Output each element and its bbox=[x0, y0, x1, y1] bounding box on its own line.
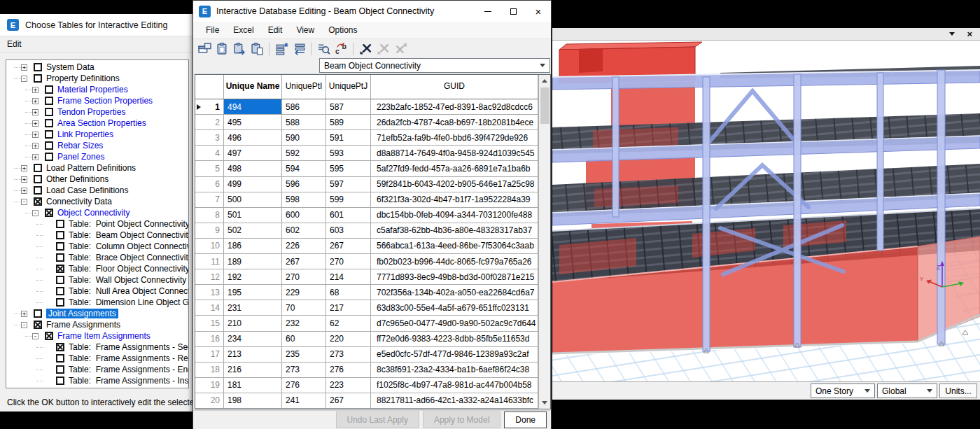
cell-guid[interactable]: d8a88714-7649-4f0a-9458-924d1039c545 bbox=[371, 146, 538, 161]
menu-options[interactable]: Options bbox=[321, 23, 364, 37]
tree-checkbox[interactable] bbox=[45, 108, 53, 116]
cell-uniquepti[interactable]: 596 bbox=[282, 177, 326, 192]
expand-toggle-icon[interactable]: + bbox=[21, 64, 27, 71]
tree-item-load-case-definitions[interactable]: +Load Case Definitions bbox=[6, 185, 188, 196]
cell-uniqueptj[interactable]: 267 bbox=[326, 239, 371, 254]
row-header[interactable]: 19 bbox=[195, 378, 224, 393]
cell-uniqueptj[interactable]: 267 bbox=[326, 393, 371, 409]
menu-edit[interactable]: Edit bbox=[0, 37, 29, 51]
model-3d-view[interactable]: Z Y bbox=[552, 41, 980, 381]
row-header[interactable]: 17 bbox=[195, 347, 224, 363]
cell-guid[interactable]: 566abca1-613a-4eed-86be-7f53064c3aab bbox=[371, 239, 538, 254]
row-header[interactable]: 13 bbox=[195, 285, 224, 300]
find-button[interactable] bbox=[315, 41, 332, 57]
tree-checkbox[interactable] bbox=[34, 74, 42, 83]
tree-item-table-wall-object-connectivity[interactable]: Table: Wall Object Connectivity bbox=[6, 274, 188, 286]
tree-item-table-brace-object-connectivity[interactable]: Table: Brace Object Connectivity bbox=[6, 252, 188, 263]
tree-item-frame-section-properties[interactable]: +Frame Section Properties bbox=[6, 95, 188, 106]
row-header[interactable]: 14 bbox=[195, 300, 224, 316]
cell-unique-name[interactable]: 501 bbox=[224, 208, 282, 223]
cell-uniquepti[interactable]: 60 bbox=[282, 332, 326, 347]
cell-uniquepti[interactable]: 270 bbox=[282, 269, 326, 285]
cell-uniqueptj[interactable]: 217 bbox=[326, 300, 371, 316]
vertical-scrollbar[interactable] bbox=[538, 75, 550, 409]
cell-uniqueptj[interactable]: 223 bbox=[326, 378, 371, 393]
cell-uniqueptj[interactable]: 276 bbox=[326, 363, 371, 378]
scrollbar-thumb[interactable] bbox=[540, 87, 550, 124]
tree-item-table-frame-assignments-insertion[interactable]: Table: Frame Assignments - Insertion bbox=[6, 375, 188, 386]
expand-toggle-icon[interactable]: - bbox=[32, 210, 38, 216]
cell-unique-name[interactable]: 495 bbox=[224, 115, 282, 130]
tree-item-system-data[interactable]: +System Data bbox=[6, 62, 188, 73]
cell-guid[interactable]: 5af27fd9-fedd-457a-aa26-6891e7a1ba6b bbox=[371, 161, 538, 176]
row-header[interactable]: 6 bbox=[195, 177, 224, 192]
cell-uniquepti[interactable]: 232 bbox=[282, 316, 326, 331]
tree-item-link-properties[interactable]: +Link Properties bbox=[6, 129, 188, 140]
tree-item-frame-assignments[interactable]: -Frame Assignments bbox=[6, 319, 188, 330]
cell-uniqueptj[interactable]: 273 bbox=[326, 347, 371, 363]
tree-checkbox[interactable] bbox=[34, 164, 42, 172]
cell-unique-name[interactable]: 500 bbox=[224, 192, 282, 208]
scroll-down-button[interactable] bbox=[539, 397, 550, 409]
cell-uniqueptj[interactable]: 587 bbox=[326, 99, 371, 115]
cell-unique-name[interactable]: 499 bbox=[224, 177, 282, 192]
cell-uniqueptj[interactable]: 270 bbox=[326, 254, 371, 269]
expand-toggle-icon[interactable]: - bbox=[32, 333, 38, 339]
cell-unique-name[interactable]: 496 bbox=[224, 130, 282, 146]
paste-insert-button[interactable] bbox=[231, 41, 248, 57]
expand-toggle-icon[interactable]: + bbox=[21, 176, 27, 183]
row-header[interactable]: 9 bbox=[195, 223, 224, 239]
expand-toggle-icon[interactable]: + bbox=[32, 109, 38, 115]
cell-uniquepti[interactable]: 594 bbox=[282, 161, 326, 176]
cell-uniquepti[interactable]: 235 bbox=[282, 347, 326, 363]
cell-guid[interactable]: 223b2afc-1852-47ed-8391-8ac92d8cdcc6 bbox=[371, 99, 538, 115]
tree-item-table-floor-object-connectivity[interactable]: Table: Floor Object Connectivity bbox=[6, 263, 188, 274]
expand-toggle-icon[interactable]: + bbox=[21, 165, 27, 171]
cell-uniqueptj[interactable]: 68 bbox=[326, 285, 371, 300]
expand-toggle-icon[interactable]: + bbox=[32, 143, 38, 149]
expand-toggle-icon[interactable]: - bbox=[21, 199, 27, 205]
cell-guid[interactable]: e5ed0cfc-57df-477d-9846-12389a93c2af bbox=[371, 347, 538, 363]
minimize-button[interactable] bbox=[475, 1, 500, 22]
cell-uniquepti[interactable]: 586 bbox=[282, 99, 326, 115]
cell-uniqueptj[interactable]: 589 bbox=[326, 115, 371, 130]
column-header-uniquepti[interactable]: UniquePtI bbox=[282, 75, 326, 99]
tree-item-panel-zones[interactable]: +Panel Zones bbox=[6, 151, 188, 162]
cell-unique-name[interactable]: 198 bbox=[224, 393, 282, 409]
row-header[interactable]: 12 bbox=[195, 269, 224, 285]
tree-checkbox[interactable] bbox=[56, 242, 64, 251]
cell-uniquepti[interactable]: 226 bbox=[282, 239, 326, 254]
tree-item-table-frame-assignments-releases[interactable]: Table: Frame Assignments - Releases bbox=[6, 353, 188, 364]
reorder-rows-button[interactable] bbox=[290, 41, 307, 57]
table-selector-combo[interactable]: Beam Object Connectivity bbox=[319, 58, 550, 73]
cell-uniqueptj[interactable]: 597 bbox=[326, 177, 371, 192]
cell-guid[interactable]: dbc154bb-0feb-4094-a344-7031200fe488 bbox=[371, 208, 538, 223]
tree-checkbox[interactable] bbox=[34, 175, 42, 183]
replace-button[interactable]: cb bbox=[332, 41, 349, 57]
menu-edit[interactable]: Edit bbox=[261, 23, 290, 37]
cell-uniqueptj[interactable]: 220 bbox=[326, 332, 371, 347]
tree-checkbox[interactable] bbox=[45, 130, 53, 139]
tree-item-load-pattern-definitions[interactable]: +Load Pattern Definitions bbox=[6, 162, 188, 174]
tree-item-table-frame-assignments-section-p[interactable]: Table: Frame Assignments - Section P bbox=[6, 342, 188, 353]
expand-toggle-icon[interactable]: + bbox=[32, 154, 38, 160]
tree-item-other-definitions[interactable]: +Other Definitions bbox=[6, 174, 188, 185]
tree-item-object-connectivity[interactable]: -Object Connectivity bbox=[6, 207, 188, 218]
cell-unique-name[interactable]: 195 bbox=[224, 285, 282, 300]
tree-item-table-beam-object-connectivity[interactable]: Table: Beam Object Connectivity bbox=[6, 230, 188, 241]
tree-item-area-section-properties[interactable]: +Area Section Properties bbox=[6, 118, 188, 129]
expand-toggle-icon[interactable]: - bbox=[21, 76, 27, 82]
row-header[interactable]: 16 bbox=[195, 332, 224, 347]
paste-button[interactable] bbox=[214, 41, 230, 57]
cell-uniquepti[interactable]: 598 bbox=[282, 192, 326, 208]
cell-unique-name[interactable]: 231 bbox=[224, 300, 282, 316]
tree-item-material-properties[interactable]: +Material Properties bbox=[6, 84, 188, 95]
cell-uniqueptj[interactable]: 593 bbox=[326, 146, 371, 161]
expand-toggle-icon[interactable]: + bbox=[32, 132, 38, 138]
cell-guid[interactable]: 71efb52a-fa9b-4fe0-bbd6-39f4729de926 bbox=[371, 130, 538, 146]
row-header[interactable]: 5 bbox=[195, 161, 224, 176]
tree-item-tendon-properties[interactable]: +Tendon Properties bbox=[6, 106, 188, 118]
cell-guid[interactable]: 6f321f3a-302d-4b47-b1f7-1a9522284a39 bbox=[371, 192, 538, 208]
cell-uniqueptj[interactable]: 601 bbox=[326, 208, 371, 223]
cell-uniqueptj[interactable]: 591 bbox=[326, 130, 371, 146]
